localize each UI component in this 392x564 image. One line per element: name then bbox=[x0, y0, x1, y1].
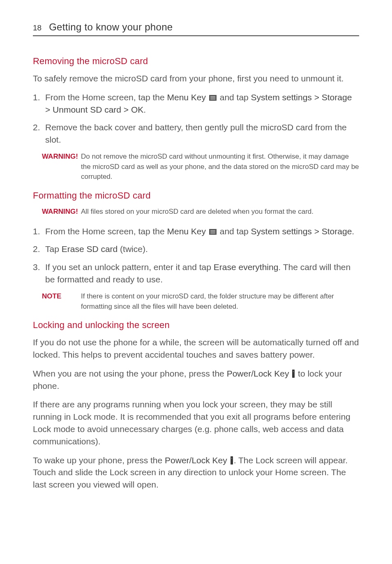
section3-p4: To wake up your phone, press the Power/L… bbox=[33, 454, 359, 491]
section1-step2: Remove the back cover and battery, then … bbox=[33, 121, 359, 146]
section2-warning: WARNING! All files stored on your microS… bbox=[42, 207, 359, 217]
svg-rect-7 bbox=[210, 233, 215, 233]
svg-rect-3 bbox=[210, 99, 215, 99]
warning-text: Do not remove the microSD card without u… bbox=[81, 152, 359, 182]
section2-step3: If you set an unlock pattern, enter it a… bbox=[33, 261, 359, 286]
svg-rect-5 bbox=[210, 230, 215, 231]
section1-step1: From the Home screen, tap the Menu Key a… bbox=[33, 91, 359, 116]
page-number: 18 bbox=[33, 23, 42, 32]
section2-step1: From the Home screen, tap the Menu Key a… bbox=[33, 225, 359, 238]
svg-rect-1 bbox=[210, 96, 215, 97]
note-text: If there is content on your microSD card… bbox=[81, 291, 359, 312]
section-heading-locking: Locking and unlocking the screen bbox=[33, 320, 359, 331]
note-label: NOTE bbox=[42, 291, 81, 312]
section2-note: NOTE If there is content on your microSD… bbox=[42, 291, 359, 312]
svg-rect-6 bbox=[210, 231, 215, 232]
header-title: Getting to know your phone bbox=[49, 21, 173, 33]
warning-label: WARNING! bbox=[42, 152, 81, 182]
section-heading-formatting: Formatting the microSD card bbox=[33, 190, 359, 201]
power-lock-key-icon bbox=[231, 456, 233, 465]
section3-p1: If you do not use the phone for a while,… bbox=[33, 336, 359, 361]
section1-warning: WARNING! Do not remove the microSD card … bbox=[42, 152, 359, 182]
svg-rect-2 bbox=[210, 97, 215, 98]
section3-p2: When you are not using the your phone, p… bbox=[33, 368, 359, 392]
section1-intro: To safely remove the microSD card from y… bbox=[33, 72, 359, 85]
section1-steps: From the Home screen, tap the Menu Key a… bbox=[33, 91, 359, 146]
menu-key-icon bbox=[209, 95, 217, 101]
section-heading-removing: Removing the microSD card bbox=[33, 56, 359, 67]
section2-step2: Tap Erase SD card (twice). bbox=[33, 243, 359, 255]
page-header: 18 Getting to know your phone bbox=[33, 21, 359, 36]
menu-key-icon bbox=[209, 229, 217, 235]
section2-steps: From the Home screen, tap the Menu Key a… bbox=[33, 225, 359, 286]
power-lock-key-icon bbox=[292, 370, 295, 378]
warning-label: WARNING! bbox=[42, 207, 81, 217]
section3-p3: If there are any programs running when y… bbox=[33, 398, 359, 447]
warning-text: All files stored on your microSD card ar… bbox=[81, 207, 314, 217]
